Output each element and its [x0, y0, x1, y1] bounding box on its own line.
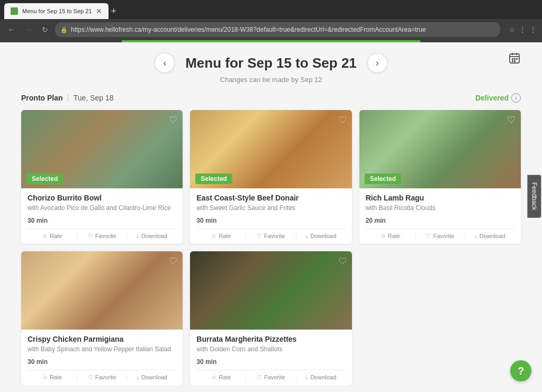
download-icon-pizza: ↓	[305, 374, 309, 380]
meal-desc-chorizo: with Avocado Pico de Gallo and Cilantro-…	[28, 204, 176, 213]
download-icon-chicken: ↓	[137, 374, 140, 380]
plan-label: Pronto Plan	[21, 94, 63, 102]
refresh-button[interactable]: ↻	[39, 24, 51, 35]
forward-button[interactable]: →	[22, 23, 35, 36]
help-button[interactable]: ?	[510, 360, 531, 381]
menu-icon[interactable]: ⋮	[529, 25, 537, 34]
prev-week-button[interactable]: ‹	[155, 53, 175, 73]
meal-actions-donair: ☆ Rate ♡ Favorite ↓ Download	[196, 229, 345, 240]
meal-card-lamb: Selected ♡ Rich Lamb Ragu with Basil Ric…	[359, 110, 521, 244]
star-icon-chicken: ☆	[42, 374, 48, 381]
new-tab-button[interactable]: +	[111, 6, 116, 17]
svg-rect-8	[514, 60, 516, 62]
menu-navigation: ‹ Menu for Sep 15 to Sep 21 ›	[0, 42, 542, 76]
favorite-button-chorizo[interactable]: ♡ Favorite	[77, 233, 127, 240]
rate-button-lamb[interactable]: ☆ Rate	[366, 233, 415, 240]
favorite-heart-chorizo[interactable]: ♡	[169, 114, 177, 126]
selected-badge-lamb: Selected	[365, 174, 401, 184]
meal-time-chorizo: 30 min	[28, 217, 176, 224]
rate-button-pizza[interactable]: ☆ Rate	[196, 374, 246, 381]
favorite-button-donair[interactable]: ♡ Favorite	[246, 233, 296, 240]
meal-name-chorizo: Chorizo Burrito Bowl	[28, 194, 176, 202]
feedback-tab[interactable]: Feedback	[528, 175, 541, 217]
meal-actions-pizza: ☆ Rate ♡ Favorite ↓ Download	[196, 370, 345, 381]
favicon-icon	[11, 7, 18, 15]
plan-date: Tue, Sep 18	[74, 94, 114, 102]
tab-close-button[interactable]: ✕	[96, 7, 102, 15]
svg-rect-4	[512, 58, 513, 60]
meal-time-donair: 30 min	[196, 217, 345, 224]
favorite-heart-lamb[interactable]: ♡	[507, 114, 516, 126]
meal-name-donair: East Coast-Style Beef Donair	[196, 194, 345, 202]
heart-icon-pizza: ♡	[257, 374, 262, 381]
download-icon-lamb: ↓	[474, 233, 477, 239]
download-button-donair[interactable]: ↓ Download	[296, 233, 346, 240]
star-icon-pizza: ☆	[211, 374, 216, 381]
bookmark-icon[interactable]: ☆	[509, 25, 516, 34]
heart-icon-chicken: ♡	[88, 374, 93, 381]
calendar-icon-button[interactable]	[508, 52, 521, 68]
favorite-heart-pizza[interactable]: ♡	[338, 256, 347, 267]
meal-card-donair: Selected ♡ East Coast-Style Beef Donair …	[190, 110, 351, 244]
meal-card-chorizo: Selected ♡ Chorizo Burrito Bowl with Avo…	[21, 110, 183, 244]
extensions-icon[interactable]: ⋮	[519, 25, 526, 34]
meal-time-lamb: 20 min	[366, 217, 514, 224]
selected-badge-chorizo: Selected	[26, 174, 63, 184]
delivered-label: Delivered	[475, 94, 509, 102]
browser-chrome: Menu for Sep 15 to Sep 21 ✕ + ← → ↻ 🔒 ht…	[0, 0, 542, 42]
favorite-button-lamb[interactable]: ♡ Favorite	[415, 233, 465, 240]
selected-badge-donair: Selected	[195, 174, 232, 184]
meal-desc-donair: with Sweet Garlic Sauce and Frites	[196, 204, 345, 213]
heart-icon-chorizo: ♡	[88, 233, 93, 240]
section-divider: |	[67, 93, 69, 103]
delivered-badge: Delivered i	[475, 93, 521, 103]
rate-button-chorizo[interactable]: ☆ Rate	[28, 233, 77, 240]
favorite-heart-donair[interactable]: ♡	[338, 114, 347, 126]
lock-icon: 🔒	[60, 26, 68, 33]
browser-right-icons: ☆ ⋮ ⋮	[509, 25, 537, 34]
download-button-lamb[interactable]: ↓ Download	[465, 233, 514, 240]
meal-info-donair: East Coast-Style Beef Donair with Sweet …	[190, 188, 351, 244]
favorite-heart-chicken[interactable]: ♡	[169, 256, 177, 267]
star-icon-lamb: ☆	[381, 233, 386, 240]
download-button-chorizo[interactable]: ↓ Download	[127, 233, 176, 240]
meal-actions-lamb: ☆ Rate ♡ Favorite ↓ Download	[366, 229, 514, 240]
section-header: Pronto Plan | Tue, Sep 18 Delivered i	[0, 93, 542, 103]
url-text: https://www.hellofresh.ca/my-account/del…	[71, 26, 426, 33]
download-icon-donair: ↓	[305, 233, 309, 239]
download-button-chicken[interactable]: ↓ Download	[127, 374, 176, 381]
favorite-button-pizza[interactable]: ♡ Favorite	[246, 374, 296, 381]
meal-image-chorizo: Selected ♡	[21, 110, 183, 188]
address-bar[interactable]: 🔒 https://www.hellofresh.ca/my-account/d…	[55, 22, 500, 37]
meal-card-pizza: ♡ Burrata Margherita Pizzettes with Gold…	[190, 251, 351, 385]
menu-title: Menu for Sep 15 to Sep 21	[185, 55, 357, 71]
svg-rect-5	[514, 58, 516, 60]
rate-button-chicken[interactable]: ☆ Rate	[28, 374, 77, 381]
next-week-button[interactable]: ›	[367, 53, 387, 73]
meal-info-pizza: Burrata Margherita Pizzettes with Golden…	[190, 330, 351, 385]
download-icon-chorizo: ↓	[137, 233, 140, 239]
star-icon: ☆	[42, 233, 48, 240]
meal-card-chicken: ♡ Crispy Chicken Parmigiana with Baby Sp…	[21, 251, 183, 385]
heart-icon-lamb: ♡	[426, 233, 431, 240]
back-button[interactable]: ←	[5, 23, 18, 36]
page-content: ‹ Menu for Sep 15 to Sep 21 › Changes ca…	[0, 42, 542, 385]
bottom-meal-grid: ♡ Crispy Chicken Parmigiana with Baby Sp…	[0, 251, 542, 385]
download-button-pizza[interactable]: ↓ Download	[296, 374, 346, 381]
browser-controls: ← → ↻ 🔒 https://www.hellofresh.ca/my-acc…	[0, 19, 542, 40]
meal-name-lamb: Rich Lamb Ragu	[366, 194, 514, 202]
tab-bar: Menu for Sep 15 to Sep 21 ✕ +	[0, 0, 542, 19]
top-meal-grid: Selected ♡ Chorizo Burrito Bowl with Avo…	[0, 110, 542, 251]
meal-name-pizza: Burrata Margherita Pizzettes	[196, 335, 345, 343]
meal-image-chicken: ♡	[21, 251, 183, 330]
meal-info-chicken: Crispy Chicken Parmigiana with Baby Spin…	[21, 330, 183, 385]
active-tab[interactable]: Menu for Sep 15 to Sep 21 ✕	[4, 3, 109, 19]
svg-rect-6	[516, 58, 518, 60]
meal-desc-chicken: with Baby Spinach and Yellow Pepper Ital…	[28, 345, 176, 354]
meal-image-pizza: ♡	[190, 251, 351, 330]
favorite-button-chicken[interactable]: ♡ Favorite	[77, 374, 127, 381]
meal-image-lamb: Selected ♡	[359, 110, 521, 188]
info-icon-button[interactable]: i	[511, 93, 521, 103]
meal-image-donair: Selected ♡	[190, 110, 351, 188]
rate-button-donair[interactable]: ☆ Rate	[196, 233, 246, 240]
